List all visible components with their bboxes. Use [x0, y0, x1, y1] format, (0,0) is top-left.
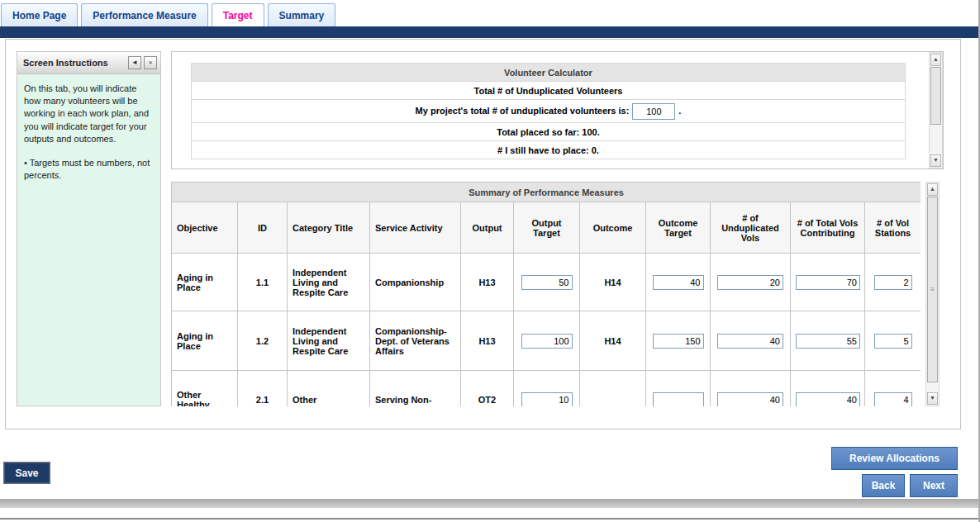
column-header-id: ID — [238, 202, 288, 254]
total-vols-contributing-input[interactable] — [796, 334, 860, 349]
unduplicated-volunteers-label: My project's total # of unduplicated vol… — [416, 105, 630, 115]
vol-stations-input[interactable] — [874, 392, 912, 407]
unduplicated-volunteers-input[interactable] — [632, 103, 675, 120]
service-activity-cell: Companionship-Dept. of Veterans Affairs — [370, 311, 461, 371]
column-header-vol-stations: # of Vol Stations — [865, 202, 921, 254]
next-button[interactable]: Next — [910, 474, 958, 497]
app-window: Home Page Performance Measure Target Sum… — [0, 0, 980, 522]
status-bar — [0, 499, 978, 508]
outcome-cell — [580, 371, 646, 407]
review-allocations-button[interactable]: Review Allocations — [831, 447, 958, 470]
tab-label: Home Page — [12, 10, 66, 21]
summary-scrollbar[interactable]: ▲ ≡ ▼ — [925, 182, 940, 406]
column-header-output: Output — [461, 202, 514, 254]
outcome-cell: H14 — [580, 254, 646, 311]
outcome-cell: H14 — [580, 311, 646, 371]
tab-label: Target — [223, 10, 253, 21]
service-activity-cell: Companionship — [370, 254, 461, 311]
tab-label: Performance Measure — [93, 10, 196, 21]
performance-measures-table: Summary of Performance Measures Objectiv… — [171, 182, 921, 406]
save-button[interactable]: Save — [3, 462, 50, 484]
total-vols-contributing-cell — [791, 371, 865, 407]
total-vols-contributing-input[interactable] — [796, 275, 860, 290]
tab-performance-measure[interactable]: Performance Measure — [81, 3, 207, 26]
vol-stations-input[interactable] — [874, 275, 912, 290]
calculator-section-header: Total # of Unduplicated Volunteers — [192, 82, 906, 100]
calculator-input-row: My project's total # of unduplicated vol… — [192, 100, 906, 123]
outcome-target-input[interactable] — [653, 334, 704, 349]
close-panel-icon[interactable]: × — [144, 56, 157, 69]
column-header-objective: Objective — [172, 202, 238, 254]
objective-cell: Aging in Place — [172, 311, 238, 371]
unduplicated-vols-input[interactable] — [717, 392, 783, 407]
vol-stations-cell — [865, 254, 921, 311]
vol-stations-cell — [865, 311, 921, 371]
back-button[interactable]: Back — [862, 474, 905, 497]
category-title-cell: Independent Living and Respite Care — [288, 311, 370, 371]
calculator-title: Volunteer Calculator — [192, 64, 906, 82]
unduplicated-vols-cell — [711, 311, 791, 371]
calculator-scrollbar[interactable]: ▲ ▼ — [929, 52, 943, 168]
id-cell: 2.1 — [238, 371, 288, 407]
output-target-cell — [514, 311, 580, 371]
vol-stations-cell — [865, 371, 921, 407]
screen-instructions-title: Screen Instructions — [23, 58, 108, 68]
performance-measures-viewport: Summary of Performance Measures Objectiv… — [171, 182, 921, 406]
summary-table-title: Summary of Performance Measures — [172, 183, 921, 202]
scroll-down-icon[interactable]: ▼ — [927, 392, 938, 405]
tab-label: Summary — [279, 10, 325, 21]
tab-bar: Home Page Performance Measure Target Sum… — [0, 0, 978, 26]
table-header-row: Objective ID Category Title Service Acti… — [172, 202, 921, 254]
volunteer-calculator-content: Volunteer Calculator Total # of Unduplic… — [172, 52, 929, 168]
service-activity-cell: Serving Non- — [370, 371, 461, 407]
screen-instructions-controls: ◄ × — [126, 56, 157, 69]
output-cell: H13 — [461, 254, 514, 311]
total-placed-text: Total placed so far: 100. — [192, 123, 906, 141]
column-header-unduplicated-vols: # of Unduplicated Vols — [711, 202, 791, 254]
unduplicated-vols-input[interactable] — [717, 334, 783, 349]
screen-instructions-panel: Screen Instructions ◄ × On this tab, you… — [17, 51, 161, 406]
content-panel: Screen Instructions ◄ × On this tab, you… — [5, 39, 961, 429]
outcome-target-cell — [646, 254, 711, 311]
total-vols-contributing-cell — [791, 311, 865, 371]
table-row: Other Healthy 2.1 Other Serving Non- OT2 — [172, 371, 921, 407]
unduplicated-vols-cell — [711, 371, 791, 407]
output-target-cell — [514, 254, 580, 311]
tab-summary[interactable]: Summary — [268, 3, 336, 26]
vol-stations-input[interactable] — [874, 334, 912, 349]
column-header-service-activity: Service Activity — [370, 202, 461, 254]
total-vols-contributing-input[interactable] — [796, 392, 860, 407]
unduplicated-vols-cell — [711, 254, 791, 311]
outcome-target-input[interactable] — [653, 392, 704, 407]
scroll-up-icon[interactable]: ▲ — [930, 54, 941, 66]
column-header-outcome-target: Outcome Target — [646, 202, 711, 254]
input-suffix: . — [678, 105, 681, 115]
tab-home-page[interactable]: Home Page — [1, 3, 78, 26]
output-cell: H13 — [461, 311, 514, 371]
output-target-input[interactable] — [521, 275, 573, 290]
summary-scrollbar-thumb[interactable]: ≡ — [927, 197, 938, 382]
output-target-input[interactable] — [521, 334, 573, 349]
scroll-up-icon[interactable]: ▲ — [927, 183, 938, 196]
unduplicated-vols-input[interactable] — [717, 275, 783, 290]
total-vols-contributing-cell — [791, 254, 865, 311]
column-header-outcome: Outcome — [580, 202, 646, 254]
outcome-target-input[interactable] — [653, 275, 704, 290]
category-title-cell: Independent Living and Respite Care — [288, 254, 370, 311]
scroll-down-icon[interactable]: ▼ — [930, 154, 941, 167]
column-header-total-vols-contributing: # of Total Vols Contributing — [791, 202, 865, 254]
calculator-scrollbar-thumb[interactable] — [930, 67, 941, 125]
footer: Save Review Allocations Back Next — [0, 429, 978, 499]
window-bottom-border — [0, 518, 978, 520]
table-row: Aging in Place 1.1 Independent Living an… — [172, 254, 921, 311]
still-to-place-text: # I still have to place: 0. — [192, 141, 906, 159]
tab-target[interactable]: Target — [212, 3, 264, 26]
objective-cell: Other Healthy — [172, 371, 238, 407]
performance-measures-section: Summary of Performance Measures Objectiv… — [171, 182, 940, 406]
instructions-paragraph-1: On this tab, you will indicate how many … — [24, 83, 154, 145]
id-cell: 1.2 — [238, 311, 288, 371]
output-target-input[interactable] — [521, 392, 573, 407]
outcome-target-cell — [646, 311, 711, 371]
collapse-panel-icon[interactable]: ◄ — [128, 56, 141, 69]
column-header-output-target: Output Target — [514, 202, 580, 254]
